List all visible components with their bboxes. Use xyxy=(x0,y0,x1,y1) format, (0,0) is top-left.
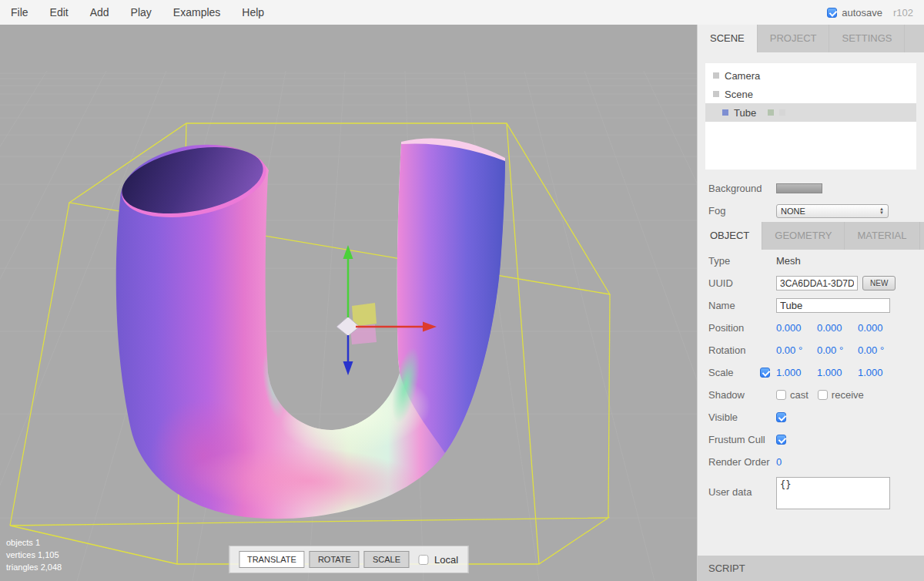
uniform-scale-checkbox[interactable] xyxy=(760,368,770,378)
scale-button[interactable]: SCALE xyxy=(364,551,409,568)
gizmo-axis-y[interactable] xyxy=(343,245,353,317)
scene-stats: objects 1 vertices 1,105 triangles 2,048 xyxy=(6,536,62,573)
fog-row: Fog NONE ▲▼ xyxy=(698,200,924,222)
local-label: Local xyxy=(434,554,458,566)
background-label: Background xyxy=(708,183,776,194)
rotation-z[interactable]: 0.00 ° xyxy=(858,344,899,356)
position-x[interactable]: 0.000 xyxy=(776,322,817,334)
object-tabstrip: OBJECT GEOMETRY MATERIAL xyxy=(698,222,924,250)
autosave-checkbox[interactable] xyxy=(827,8,837,18)
tab-project[interactable]: PROJECT xyxy=(758,25,830,52)
menubar-right: autosave r102 xyxy=(827,7,924,18)
shadow-row: Shadow cast receive xyxy=(698,384,924,406)
fog-label: Fog xyxy=(708,205,776,217)
uuid-new-button[interactable]: NEW xyxy=(862,276,896,290)
fog-select[interactable]: NONE ▲▼ xyxy=(776,204,889,218)
frustum-cull-row: Frustum Cull xyxy=(698,428,924,451)
name-row: Name xyxy=(698,294,924,317)
gizmo-axis-z[interactable] xyxy=(343,335,353,375)
shadow-receive-label: receive xyxy=(832,389,864,401)
stat-objects: objects 1 xyxy=(6,536,62,549)
autosave-label: autosave xyxy=(842,7,882,18)
stat-vertices: vertices 1,105 xyxy=(6,549,62,561)
user-data-row: User data {} xyxy=(698,473,924,513)
outliner[interactable]: Camera Scene Tube xyxy=(705,63,916,170)
tab-settings[interactable]: SETTINGS xyxy=(829,25,905,52)
rotate-button[interactable]: ROTATE xyxy=(310,551,360,568)
render-order-value[interactable]: 0 xyxy=(776,456,817,468)
menu-file[interactable]: File xyxy=(0,6,39,18)
camera-type-icon xyxy=(713,72,719,79)
local-checkbox[interactable] xyxy=(418,555,428,565)
frustum-cull-checkbox[interactable] xyxy=(776,435,786,445)
outliner-item-camera[interactable]: Camera xyxy=(705,66,916,85)
version-label: r102 xyxy=(893,7,913,18)
user-data-field[interactable]: {} xyxy=(776,477,890,509)
translate-button[interactable]: TRANSLATE xyxy=(239,551,305,568)
uuid-field[interactable] xyxy=(776,276,858,290)
transform-toolbar: TRANSLATE ROTATE SCALE Local xyxy=(229,546,468,573)
stat-triangles: triangles 2,048 xyxy=(6,561,62,573)
tab-object[interactable]: OBJECT xyxy=(698,222,762,250)
render-order-row: Render Order 0 xyxy=(698,451,924,473)
select-arrows-icon: ▲▼ xyxy=(879,207,884,215)
scene-canvas[interactable] xyxy=(0,25,697,581)
menu-edit[interactable]: Edit xyxy=(39,6,79,18)
position-row: Position 0.000 0.000 0.000 xyxy=(698,317,924,339)
viewport-3d[interactable]: objects 1 vertices 1,105 triangles 2,048… xyxy=(0,25,697,581)
mesh-type-icon xyxy=(722,109,728,116)
background-color-swatch[interactable] xyxy=(776,183,822,193)
visible-checkbox[interactable] xyxy=(776,412,786,422)
script-section-header: SCRIPT xyxy=(698,556,924,581)
scale-y[interactable]: 1.000 xyxy=(817,367,858,378)
position-z[interactable]: 0.000 xyxy=(858,322,899,334)
menu-add[interactable]: Add xyxy=(79,6,120,18)
outliner-item-tube[interactable]: Tube xyxy=(705,103,916,122)
menubar: File Edit Add Play Examples Help autosav… xyxy=(0,0,924,25)
visible-row: Visible xyxy=(698,406,924,428)
uuid-row: UUID NEW xyxy=(698,272,924,294)
tab-scene[interactable]: SCENE xyxy=(698,25,758,52)
menu-help[interactable]: Help xyxy=(231,6,275,18)
material-type-icon xyxy=(779,109,785,116)
scale-z[interactable]: 1.000 xyxy=(858,367,899,378)
rotation-y[interactable]: 0.00 ° xyxy=(817,344,858,356)
shadow-cast-label: cast xyxy=(790,389,808,401)
geometry-type-icon xyxy=(768,109,774,116)
tab-material[interactable]: MATERIAL xyxy=(845,222,919,250)
shadow-receive-checkbox[interactable] xyxy=(818,390,828,400)
outliner-item-scene[interactable]: Scene xyxy=(705,85,916,103)
scale-row: Scale 1.000 1.000 1.000 xyxy=(698,361,924,384)
position-y[interactable]: 0.000 xyxy=(817,322,858,334)
rotation-x[interactable]: 0.00 ° xyxy=(776,344,817,356)
scale-x[interactable]: 1.000 xyxy=(776,367,817,378)
tab-geometry[interactable]: GEOMETRY xyxy=(762,222,845,250)
menu-examples[interactable]: Examples xyxy=(162,6,231,18)
menu-play[interactable]: Play xyxy=(120,6,162,18)
object-type-value: Mesh xyxy=(776,255,801,267)
name-field[interactable] xyxy=(776,298,890,313)
shadow-cast-checkbox[interactable] xyxy=(776,390,786,400)
main-tabstrip: SCENE PROJECT SETTINGS xyxy=(698,25,924,52)
rotation-row: Rotation 0.00 ° 0.00 ° 0.00 ° xyxy=(698,339,924,361)
sidebar: SCENE PROJECT SETTINGS Camera Scene Tube… xyxy=(697,25,924,581)
tube-mesh[interactable] xyxy=(116,136,505,521)
type-row: Type Mesh xyxy=(698,250,924,272)
background-row: Background xyxy=(698,177,924,200)
scene-type-icon xyxy=(713,91,719,97)
